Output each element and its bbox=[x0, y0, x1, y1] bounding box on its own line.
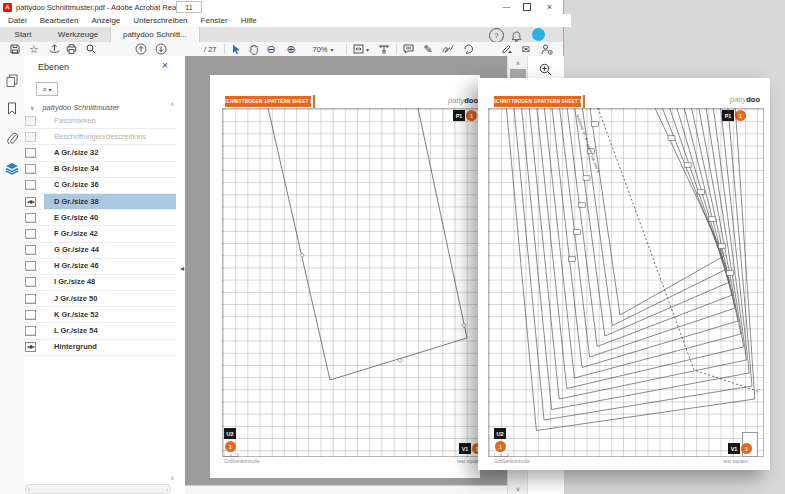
floating-pattern-sheet[interactable]: SCHNITTBOGEN 1/PATTERN SHEET 1 pattydoo … bbox=[478, 78, 770, 470]
layer-visibility-eye-icon[interactable] bbox=[25, 148, 36, 158]
layer-label: H Gr./size 46 bbox=[52, 259, 176, 274]
fit-page-select[interactable]: ▾ bbox=[352, 42, 370, 56]
page-thumbnails-icon[interactable] bbox=[4, 72, 20, 88]
sheet-number-badge: 1 bbox=[741, 443, 752, 454]
scroll-left-icon[interactable]: ‹ bbox=[28, 486, 30, 492]
panel-collapse-handle-icon[interactable]: ◂ bbox=[180, 264, 184, 273]
layer-visibility-eye-icon[interactable] bbox=[25, 197, 36, 207]
layer-row[interactable]: C Gr./size 36 bbox=[24, 178, 176, 194]
comment-icon[interactable] bbox=[401, 42, 415, 56]
layer-row[interactable]: Passmarken bbox=[24, 113, 176, 129]
star-favorites-icon[interactable]: ☆ bbox=[27, 42, 41, 56]
pen-tool-icon[interactable] bbox=[500, 42, 514, 56]
layers-icon[interactable] bbox=[4, 160, 20, 176]
scroll-down-icon[interactable]: ∨ bbox=[508, 482, 528, 494]
print-icon[interactable] bbox=[64, 42, 78, 56]
close-button[interactable]: × bbox=[543, 1, 556, 12]
sidebar-scroll-up-icon[interactable]: ∧ bbox=[170, 100, 174, 107]
chevron-down-icon: ▾ bbox=[331, 46, 334, 53]
document-horizontal-scrollbar[interactable] bbox=[185, 485, 527, 494]
scroll-right-icon[interactable]: › bbox=[166, 486, 168, 492]
layer-visibility-eye-icon[interactable] bbox=[25, 116, 36, 126]
layer-label: Passmarken bbox=[52, 113, 176, 128]
layer-visibility-eye-icon[interactable] bbox=[25, 342, 36, 352]
zoom-in-icon[interactable]: ⊕ bbox=[284, 42, 298, 56]
layer-visibility-eye-icon[interactable] bbox=[25, 213, 36, 223]
layer-visibility-eye-icon[interactable] bbox=[25, 132, 36, 142]
layer-row[interactable]: A Gr./size 32 bbox=[24, 145, 176, 161]
layer-row[interactable]: J Gr./size 50 bbox=[24, 291, 176, 307]
previous-page-icon[interactable] bbox=[134, 42, 148, 56]
select-tool-cursor-icon[interactable] bbox=[229, 42, 243, 56]
layer-visibility-eye-icon[interactable] bbox=[25, 245, 36, 255]
menu-anzeige[interactable]: Anzeige bbox=[91, 16, 120, 25]
layer-visibility-eye-icon[interactable] bbox=[25, 261, 36, 271]
maximize-icon bbox=[523, 3, 531, 11]
chevron-down-icon: ▾ bbox=[49, 86, 52, 93]
layer-row[interactable]: K Gr./size 52 bbox=[24, 307, 176, 323]
layer-row[interactable]: F Gr./size 42 bbox=[24, 226, 176, 242]
maximize-button[interactable] bbox=[520, 1, 533, 12]
layers-list: Passmarken Beschriftungen/descriptions A… bbox=[24, 113, 176, 356]
help-icon[interactable]: ? bbox=[489, 28, 504, 43]
layer-visibility-eye-icon[interactable] bbox=[25, 180, 36, 190]
sheet-header-banner: SCHNITTBOGEN 1/PATTERN SHEET 1 bbox=[225, 96, 311, 107]
panel-options-button[interactable]: ≡ ▾ bbox=[36, 82, 58, 96]
search-icon[interactable] bbox=[84, 42, 98, 56]
layer-visibility-eye-icon[interactable] bbox=[25, 310, 36, 320]
menu-unterschreiben[interactable]: Unterschreiben bbox=[133, 16, 187, 25]
tab-document[interactable]: pattydoo Schnitt... bbox=[110, 27, 200, 42]
layer-label: E Gr./size 40 bbox=[52, 210, 176, 225]
next-page-icon[interactable] bbox=[154, 42, 168, 56]
layer-visibility-eye-icon[interactable] bbox=[25, 229, 36, 239]
layer-row[interactable]: Beschriftungen/descriptions bbox=[24, 129, 176, 145]
save-icon[interactable] bbox=[8, 42, 22, 56]
layer-label: Hintergrund bbox=[52, 340, 176, 355]
scroll-up-icon[interactable]: ∧ bbox=[508, 56, 528, 68]
tree-collapse-icon[interactable]: ∨ bbox=[30, 104, 34, 111]
layer-label: D Gr./size 38 bbox=[44, 194, 176, 209]
sidebar-scroll-down-icon[interactable]: ∨ bbox=[170, 474, 174, 481]
layer-visibility-eye-icon[interactable] bbox=[25, 277, 36, 287]
layer-label: J Gr./size 50 bbox=[52, 291, 176, 306]
layer-visibility-eye-icon[interactable] bbox=[25, 326, 36, 336]
layer-row[interactable]: D Gr./size 38 bbox=[24, 194, 176, 210]
send-for-signature-icon[interactable] bbox=[461, 42, 475, 56]
size-check-caption: Größenkontrolle bbox=[494, 458, 530, 464]
layer-row[interactable]: Hintergrund bbox=[24, 340, 176, 356]
layer-label: L Gr./size 54 bbox=[52, 324, 176, 339]
sidebar-horizontal-scrollbar[interactable]: ‹ › bbox=[25, 484, 171, 494]
layer-row[interactable]: L Gr./size 54 bbox=[24, 323, 176, 339]
hand-tool-icon[interactable] bbox=[247, 42, 261, 56]
menu-bearbeiten[interactable]: Bearbeiten bbox=[40, 16, 79, 25]
zoom-out-icon[interactable]: ⊖ bbox=[264, 42, 278, 56]
layer-row[interactable]: H Gr./size 46 bbox=[24, 259, 176, 275]
reading-mode-icon[interactable] bbox=[376, 42, 392, 56]
page-number-input[interactable] bbox=[176, 1, 202, 13]
tab-start[interactable]: Start bbox=[0, 27, 46, 42]
user-avatar[interactable] bbox=[532, 28, 545, 41]
attachments-icon[interactable] bbox=[4, 130, 20, 146]
layer-row[interactable]: I Gr./size 48 bbox=[24, 275, 176, 291]
menu-fenster[interactable]: Fenster bbox=[201, 16, 228, 25]
marquee-zoom-icon[interactable] bbox=[534, 60, 556, 78]
email-icon[interactable]: ✉ bbox=[519, 42, 533, 56]
share-upload-icon[interactable] bbox=[47, 42, 61, 56]
bookmarks-icon[interactable] bbox=[4, 100, 20, 116]
tab-werkzeuge[interactable]: Werkzeuge bbox=[46, 27, 110, 42]
pencil-edit-icon[interactable]: ✎ bbox=[421, 42, 435, 56]
pdf-page-11[interactable]: SCHNITTBOGEN 1/PATTERN SHEET 1 pattydoo … bbox=[210, 75, 480, 478]
panel-close-icon[interactable]: × bbox=[162, 60, 168, 71]
minimize-button[interactable]: — bbox=[500, 1, 513, 12]
menu-hilfe[interactable]: Hilfe bbox=[241, 16, 257, 25]
layer-row[interactable]: G Gr./size 44 bbox=[24, 243, 176, 259]
zoom-level-select[interactable]: 70% ▾ bbox=[304, 42, 342, 56]
fill-sign-icon[interactable] bbox=[441, 42, 455, 56]
request-signatures-icon[interactable] bbox=[539, 42, 555, 56]
layer-visibility-eye-icon[interactable] bbox=[25, 164, 36, 174]
scale-ruler-mark bbox=[224, 452, 239, 457]
layer-visibility-eye-icon[interactable] bbox=[25, 294, 36, 304]
layer-row[interactable]: B Gr./size 34 bbox=[24, 162, 176, 178]
menu-datei[interactable]: Datei bbox=[8, 16, 27, 25]
layer-row[interactable]: E Gr./size 40 bbox=[24, 210, 176, 226]
